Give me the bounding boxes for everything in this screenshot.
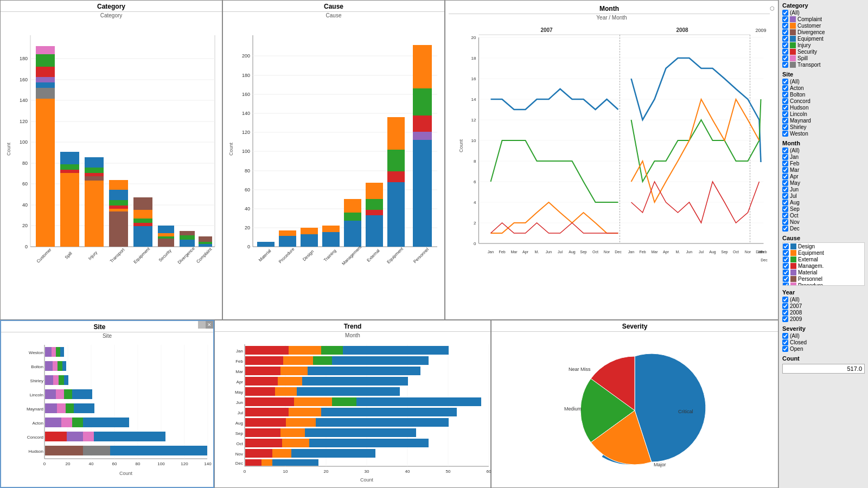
- check-transport[interactable]: [782, 62, 788, 68]
- svg-text:Jan: Jan: [628, 250, 634, 254]
- check-aug[interactable]: [782, 200, 788, 206]
- svg-text:0: 0: [474, 241, 476, 246]
- close-button[interactable]: ✕: [206, 321, 213, 329]
- check-2007[interactable]: [782, 303, 788, 309]
- label-security: Security: [797, 49, 817, 55]
- check-personnel[interactable]: [783, 276, 789, 282]
- bar-bolton-p: [45, 361, 53, 371]
- check-maynard[interactable]: [782, 118, 788, 124]
- trend-mar-o: [280, 367, 308, 375]
- svg-text:Apr: Apr: [522, 250, 529, 254]
- bar-weston-g: [56, 347, 60, 357]
- category-filter-section: Category (All) Complaint Customer Diverg…: [782, 2, 865, 68]
- label-sep: Sep: [790, 206, 800, 212]
- bar-concord-pi: [83, 432, 94, 441]
- nearmiss-label: Near Miss: [569, 367, 591, 372]
- check-jul[interactable]: [782, 193, 788, 199]
- category-filter-title: Category: [782, 2, 865, 9]
- expand-icon[interactable]: ⬡: [770, 5, 775, 11]
- svg-text:Aug: Aug: [235, 421, 243, 426]
- bar-injury-green: [85, 168, 104, 173]
- svg-text:Material: Material: [258, 248, 272, 263]
- month-filter-section: Month (All) Jan Feb Mar Apr May Jun Jul …: [782, 140, 865, 232]
- check-feb[interactable]: [782, 160, 788, 166]
- check-dec[interactable]: [782, 226, 788, 232]
- check-2008[interactable]: [782, 310, 788, 316]
- category-subtitle: Category: [1, 12, 222, 19]
- label-hudson: Hudson: [790, 105, 808, 111]
- category-title: Category: [1, 1, 222, 12]
- color-spill: [790, 55, 796, 61]
- check-jun[interactable]: [782, 187, 788, 192]
- check-all-site[interactable]: [782, 79, 788, 85]
- svg-text:Injury: Injury: [87, 250, 98, 261]
- month-filter-title: Month: [782, 140, 865, 146]
- check-material[interactable]: [783, 269, 789, 275]
- check-complaint[interactable]: [782, 16, 788, 22]
- check-security[interactable]: [782, 49, 788, 55]
- svg-text:Personnel: Personnel: [412, 247, 430, 264]
- trend-feb-g: [313, 356, 332, 365]
- check-procedure[interactable]: [783, 282, 789, 286]
- month-panel: Month ⬡ Year / Month Count 2007 2008 200…: [445, 0, 778, 320]
- check-design[interactable]: [783, 243, 789, 249]
- label-equipment-cause: Equipment: [798, 250, 824, 256]
- check-jan[interactable]: [782, 154, 788, 160]
- check-open[interactable]: [782, 346, 788, 352]
- cause-filter-scroll[interactable]: Design Equipment External Managem. Mater…: [782, 242, 865, 286]
- bar-external-r: [366, 210, 383, 215]
- check-spill[interactable]: [782, 55, 788, 61]
- check-external[interactable]: [783, 256, 789, 262]
- svg-text:80: 80: [245, 168, 250, 174]
- check-hudson[interactable]: [782, 105, 788, 111]
- svg-text:100: 100: [157, 461, 165, 466]
- label-open: Open: [790, 346, 803, 352]
- check-injury[interactable]: [782, 42, 788, 48]
- resize-handle[interactable]: [198, 321, 206, 329]
- check-management[interactable]: [783, 263, 789, 269]
- label-2009: 2009: [790, 316, 802, 322]
- check-all-month[interactable]: [782, 147, 788, 153]
- trend-jul-r: [245, 408, 289, 416]
- check-apr[interactable]: [782, 174, 788, 179]
- label-all-month: (All): [790, 147, 800, 153]
- check-all-year[interactable]: [782, 297, 788, 303]
- check-nov[interactable]: [782, 219, 788, 225]
- label-all-category: (All): [790, 10, 800, 16]
- trend-oct-r: [245, 439, 282, 447]
- check-may[interactable]: [782, 180, 788, 186]
- svg-text:160: 160: [20, 77, 28, 82]
- check-closed[interactable]: [782, 339, 788, 345]
- critical-label: Critical: [678, 409, 693, 414]
- check-sep[interactable]: [782, 206, 788, 212]
- label-injury: Injury: [797, 42, 810, 48]
- svg-text:180: 180: [242, 73, 250, 78]
- svg-text:140: 140: [242, 111, 250, 116]
- check-oct[interactable]: [782, 213, 788, 219]
- svg-text:40: 40: [245, 206, 250, 211]
- check-divergence[interactable]: [782, 29, 788, 35]
- svg-text:Oct: Oct: [592, 250, 598, 254]
- filter-complaint: Complaint: [782, 16, 865, 22]
- svg-text:Equipment: Equipment: [133, 246, 151, 265]
- bar-concord-p: [67, 432, 83, 441]
- check-equipment-cause[interactable]: [783, 250, 789, 256]
- check-customer[interactable]: [782, 23, 788, 29]
- bar-injury-red: [85, 173, 104, 176]
- filter-customer: Customer: [782, 23, 865, 29]
- bar-personnel-p: [413, 132, 432, 140]
- check-all-severity[interactable]: [782, 333, 788, 339]
- check-equipment[interactable]: [782, 36, 788, 42]
- severity-title: Severity: [492, 320, 778, 332]
- check-2009[interactable]: [782, 316, 788, 322]
- check-concord[interactable]: [782, 98, 788, 104]
- check-acton[interactable]: [782, 85, 788, 91]
- check-bolton[interactable]: [782, 92, 788, 98]
- check-all-category[interactable]: [782, 10, 788, 16]
- check-weston[interactable]: [782, 131, 788, 137]
- svg-text:20: 20: [22, 223, 28, 228]
- check-mar[interactable]: [782, 167, 788, 173]
- svg-text:12: 12: [471, 118, 476, 123]
- check-shirley[interactable]: [782, 124, 788, 130]
- check-lincoln[interactable]: [782, 111, 788, 117]
